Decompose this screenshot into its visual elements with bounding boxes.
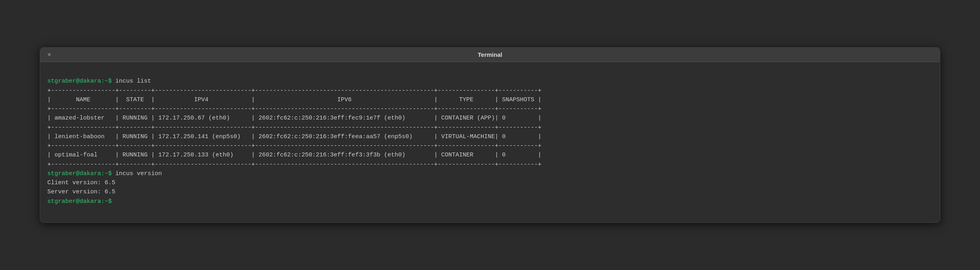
cmd-1: incus list [115, 78, 151, 85]
prompt-3: stgraber@dakara:~$ [47, 198, 115, 205]
titlebar: × Terminal [40, 48, 940, 62]
table-row-2: | lenient-baboon | RUNNING | 172.17.250.… [47, 133, 541, 140]
table-row-1: | amazed-lobster | RUNNING | 172.17.250.… [47, 115, 541, 122]
terminal-window: × Terminal stgraber@dakara:~$ incus list… [40, 47, 940, 223]
table-row-3: | optimal-foal | RUNNING | 172.17.250.13… [47, 152, 541, 158]
table-sep-2: +------------------+---------+----------… [47, 106, 541, 112]
table-header: | NAME | STATE | IPV4 | IPV6 | TYPE | SN… [47, 96, 541, 103]
table-sep-5: +------------------+---------+----------… [47, 161, 541, 168]
output-line-1: Client version: 6.5 [47, 179, 115, 186]
output-line-2: Server version: 6.5 [47, 189, 115, 195]
window-title: Terminal [478, 51, 502, 58]
table-sep-4: +------------------+---------+----------… [47, 143, 541, 149]
close-button[interactable]: × [46, 51, 53, 58]
prompt-2: stgraber@dakara:~$ [47, 170, 115, 177]
cmd-2: incus version [115, 170, 162, 177]
prompt-1: stgraber@dakara:~$ [47, 78, 115, 85]
table-sep-1: +------------------+---------+----------… [47, 87, 541, 94]
table-sep-3: +------------------+---------+----------… [47, 124, 541, 131]
terminal-body[interactable]: stgraber@dakara:~$ incus list +---------… [40, 62, 940, 222]
